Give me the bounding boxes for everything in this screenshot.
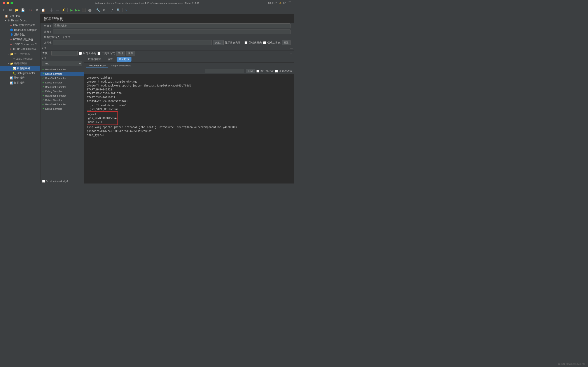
jdbc-request-icon: ✂	[13, 57, 15, 60]
copy-button[interactable]: ⧉	[34, 8, 40, 13]
tree-item-summary-report[interactable]: 📊 汇总报告	[0, 80, 40, 85]
collapse-button[interactable]: ➖	[55, 8, 60, 13]
find-button-response[interactable]: Find	[246, 69, 255, 73]
sample-item-3[interactable]: ✔ BeanShell Sampler	[41, 76, 84, 80]
sample-item-7[interactable]: ✔ BeanShell Sampler	[41, 93, 84, 98]
jdbc-config-label: JDBC Connection Configuration	[13, 43, 39, 46]
subtab-response-body[interactable]: Response Body	[86, 64, 108, 68]
sample-ok-icon-6: ✔	[42, 90, 44, 93]
scroll-auto-checkbox[interactable]	[42, 180, 45, 183]
dots-menu[interactable]: •••	[290, 46, 293, 50]
run-no-pauses-button[interactable]: ▶▶	[75, 8, 80, 13]
result-tabs-row: 取样器结果 请求 响应数据	[84, 56, 294, 63]
config-button[interactable]: 配置	[282, 40, 291, 45]
sample-item-1[interactable]: ✔ BeanShell Sampler	[41, 67, 84, 72]
tree-item-csv[interactable]: ✂ CSV 数据文件设置	[0, 23, 40, 28]
only-success-checkbox[interactable]	[263, 41, 266, 44]
tree-item-beanshell1[interactable]: 🔵 BeanShell Sampler	[0, 28, 40, 32]
left-panel: ▼ 📋 Test Plan ▼ ⚙ Thread Group ✂ CSV 数据文…	[0, 14, 41, 184]
templates-button[interactable]: ⊞	[8, 8, 13, 13]
open-button[interactable]: 📂	[14, 8, 19, 13]
tab-request[interactable]: 请求	[105, 57, 115, 62]
tab-response-data[interactable]: 响应数据	[117, 57, 131, 62]
close-button[interactable]	[3, 2, 5, 4]
find-regex-checkbox[interactable]	[275, 70, 278, 73]
sample-arrows[interactable]: ▲▼	[41, 57, 47, 60]
regex-checkbox[interactable]	[98, 52, 100, 55]
save-button[interactable]: 💾	[20, 8, 25, 13]
collapse-arrows[interactable]: ▲▼	[41, 47, 47, 50]
sample-item-2[interactable]: ✔ Debug Sampler	[41, 72, 84, 76]
tree-item-test-plan[interactable]: ▼ 📋 Test Plan	[0, 14, 40, 18]
run-button[interactable]: ▶	[69, 8, 74, 13]
find-row: Find 区分大小写 正则表达式	[84, 68, 294, 74]
tree-item-debug-sampler[interactable]: 🐛 Debug Sampler	[0, 71, 40, 75]
function-button[interactable]: ƒ	[110, 8, 115, 13]
filename-label: 文件名	[44, 41, 52, 45]
traffic-lights[interactable]	[3, 2, 13, 4]
summary-report-label: 汇总报告	[14, 81, 25, 85]
name-input[interactable]	[53, 23, 291, 28]
tree-item-http-defaults[interactable]: ✂ HTTP请求默认值	[0, 37, 40, 42]
agg-report-label: 聚合报告	[14, 76, 25, 80]
debug-sampler-label: Debug Sampler	[17, 72, 35, 75]
tree-item-once-ctrl[interactable]: ▶ 📁 仅一次控制器	[0, 51, 40, 57]
tree-item-agg-report[interactable]: 📊 聚合报告	[0, 75, 40, 80]
tree-item-thread-group[interactable]: ▼ ⚙ Thread Group	[0, 18, 40, 23]
find-button[interactable]: 查找	[116, 51, 125, 56]
tree-item-jdbc-request[interactable]: ✂ JDBC Request	[0, 57, 40, 61]
sample-item-6[interactable]: ✔ Debug Sampler	[41, 89, 84, 93]
shutdown-button[interactable]: ⬤	[87, 8, 93, 13]
tree-item-result-tree[interactable]: 📊 察看结果树	[0, 66, 40, 71]
tree-item-cookie[interactable]: ✂ HTTP Cookie管理器	[0, 47, 40, 51]
right-panel: 察看结果树 名称： 注释： 所有数据写入一个文件 文件名 浏览... 显示日志内…	[41, 14, 294, 184]
content-split: ▲▼ Text ✔ BeanShell Sampler ✔ Debug Samp	[41, 56, 294, 184]
help-button[interactable]: ?	[124, 8, 129, 13]
sample-ok-icon-2: ✔	[42, 72, 44, 75]
type-select[interactable]: Text	[42, 61, 82, 66]
comment-label: 注释：	[44, 30, 52, 34]
search-dots[interactable]: •••	[289, 52, 292, 55]
thread-group-label: Thread Group	[11, 19, 27, 22]
remote-button[interactable]: 🔧	[95, 8, 101, 13]
remote2-button[interactable]: ⚙	[102, 8, 107, 13]
response-line-6: TESTSTART.MS=1630051734091	[87, 100, 291, 103]
only-error-checkbox[interactable]	[245, 41, 247, 44]
sample-footer: Scroll automatically?	[41, 179, 84, 184]
subtab-response-headers[interactable]: Response headers	[108, 64, 134, 68]
find-case-checkbox[interactable]	[256, 70, 259, 73]
toolbar: 🗋 ⊞ 📂 💾 ✂ ⧉ 📋 ➕ ➖ ⚡ ▶ ▶▶ ⬛ ⬤ 🔧 ⚙ ƒ 🔍 ?	[0, 6, 294, 14]
sample-item-8[interactable]: ✔ Debug Sampler	[41, 98, 84, 102]
tab-sampler-result[interactable]: 取样器结果	[86, 57, 104, 62]
comment-input[interactable]	[53, 30, 291, 34]
sample-item-5[interactable]: ✔ BeanShell Sampler	[41, 85, 84, 89]
sample-item-10[interactable]: ✔ Debug Sampler	[41, 107, 84, 111]
tree-item-jdbc-config[interactable]: ✂ JDBC Connection Configuration	[0, 42, 40, 47]
cut-button[interactable]: ✂	[28, 8, 34, 13]
sample-label-10: Debug Sampler	[45, 108, 62, 110]
oc-expand: ▶	[7, 53, 10, 56]
case-sensitive-label: 区分大小写	[83, 51, 96, 55]
paste-button[interactable]: 📋	[41, 8, 46, 13]
toggle-button[interactable]: ⚡	[61, 8, 66, 13]
find-input[interactable]	[205, 69, 244, 73]
search-find-input[interactable]	[52, 51, 78, 56]
test-plan-icon: 📋	[5, 15, 8, 18]
sample-item-9[interactable]: ✔ BeanShell Sampler	[41, 102, 84, 107]
sample-ok-icon-8: ✔	[42, 99, 44, 101]
search-toolbar-button[interactable]: 🔍	[116, 8, 121, 13]
browse-button[interactable]: 浏览...	[213, 40, 224, 45]
maximize-button[interactable]	[10, 2, 13, 4]
expand-button[interactable]: ➕	[49, 8, 54, 13]
tree-item-loop-ctrl[interactable]: ▶ 📁 循环控制器	[0, 61, 40, 66]
sample-ok-icon-7: ✔	[42, 94, 44, 97]
sample-item-4[interactable]: ✔ Debug Sampler	[41, 80, 84, 85]
filename-input[interactable]	[53, 40, 212, 45]
stop-button[interactable]: ⬛	[81, 8, 86, 13]
case-sensitive-checkbox[interactable]	[79, 52, 82, 55]
reset-button[interactable]: 重置	[126, 51, 135, 56]
new-button[interactable]: 🗋	[2, 8, 7, 13]
csv-icon: ✂	[10, 24, 12, 27]
tree-item-user-params[interactable]: 👤 用户参数	[0, 32, 40, 37]
minimize-button[interactable]	[7, 2, 9, 4]
